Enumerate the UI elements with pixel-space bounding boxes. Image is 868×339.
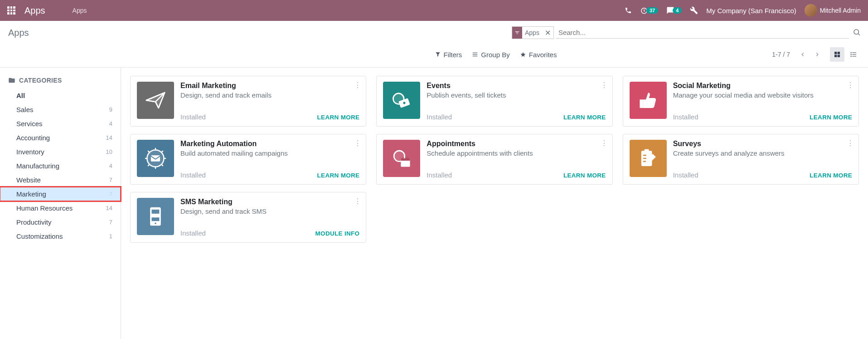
pager-prev-icon[interactable] bbox=[796, 48, 809, 61]
card-action-link[interactable]: LEARN MORE bbox=[317, 114, 360, 121]
app-card-social-marketing[interactable]: Social MarketingManage your social media… bbox=[623, 76, 859, 127]
sidebar-item-label: Accounting bbox=[16, 134, 50, 142]
card-menu-icon[interactable]: ⋮ bbox=[354, 81, 361, 89]
list-view-button[interactable] bbox=[846, 47, 861, 62]
sidebar-item-accounting[interactable]: Accounting14 bbox=[0, 131, 121, 145]
sidebar-item-label: Services bbox=[16, 120, 43, 128]
sidebar-item-manufacturing[interactable]: Manufacturing4 bbox=[0, 159, 121, 173]
card-description: Publish events, sell tickets bbox=[427, 91, 606, 100]
sidebar-item-count: 4 bbox=[109, 120, 112, 127]
sidebar-item-sales[interactable]: Sales9 bbox=[0, 103, 121, 117]
svg-point-14 bbox=[851, 56, 851, 56]
card-menu-icon[interactable]: ⋮ bbox=[354, 139, 361, 147]
sidebar-item-productivity[interactable]: Productivity7 bbox=[0, 215, 121, 229]
breadcrumb[interactable]: Apps bbox=[73, 7, 87, 14]
timer-icon[interactable]: 37 bbox=[640, 6, 658, 15]
card-title: Surveys bbox=[673, 140, 852, 148]
svg-rect-27 bbox=[644, 149, 649, 152]
favorites-button[interactable]: Favorites bbox=[520, 51, 557, 59]
search-facet[interactable]: Apps ✕ bbox=[512, 26, 554, 39]
card-status: Installed bbox=[673, 113, 698, 121]
card-action-link[interactable]: LEARN MORE bbox=[563, 172, 606, 179]
timer-badge: 37 bbox=[646, 7, 658, 14]
user-menu[interactable]: Mitchell Admin bbox=[805, 4, 861, 17]
phone-icon[interactable] bbox=[625, 7, 632, 14]
pager-next-icon[interactable] bbox=[811, 48, 824, 61]
svg-point-30 bbox=[155, 223, 156, 224]
card-action-link[interactable]: LEARN MORE bbox=[317, 172, 360, 179]
card-action-link[interactable]: LEARN MORE bbox=[563, 114, 606, 121]
sidebar-item-all[interactable]: All bbox=[0, 88, 121, 103]
sidebar-item-label: Sales bbox=[16, 106, 34, 113]
sidebar-item-label: Human Resources bbox=[16, 204, 73, 212]
cards-grid: Email MarketingDesign, send and track em… bbox=[121, 68, 868, 339]
ticket-globe-icon bbox=[383, 82, 420, 119]
chat-icon[interactable]: 4 bbox=[666, 6, 682, 15]
search-input[interactable] bbox=[556, 27, 849, 39]
app-card-sms-marketing[interactable]: SMSSMS MarketingDesign, send and track S… bbox=[130, 192, 366, 243]
sidebar-item-count: 14 bbox=[106, 205, 112, 211]
card-action-link[interactable]: LEARN MORE bbox=[810, 114, 852, 121]
categories-list: AllSales9Services4Accounting14Inventory1… bbox=[0, 88, 121, 243]
card-menu-icon[interactable]: ⋮ bbox=[354, 197, 361, 206]
filters-button[interactable]: Filters bbox=[435, 51, 462, 59]
sidebar-item-services[interactable]: Services4 bbox=[0, 117, 121, 131]
apps-menu-icon[interactable] bbox=[7, 6, 15, 15]
app-card-marketing-automation[interactable]: Marketing AutomationBuild automated mail… bbox=[130, 134, 366, 185]
sidebar-item-customizations[interactable]: Customizations1 bbox=[0, 229, 121, 243]
sidebar-item-count: 7 bbox=[109, 219, 112, 226]
sidebar-item-human-resources[interactable]: Human Resources14 bbox=[0, 201, 121, 215]
card-menu-icon[interactable]: ⋮ bbox=[847, 139, 854, 147]
categories-heading: CATEGORIES bbox=[0, 75, 121, 88]
sidebar-item-website[interactable]: Website7 bbox=[0, 173, 121, 187]
card-title: Social Marketing bbox=[673, 82, 852, 90]
card-status: Installed bbox=[673, 171, 698, 179]
card-description: Create surveys and analyze answers bbox=[673, 149, 852, 158]
sidebar-item-label: Website bbox=[16, 176, 41, 184]
svg-text:SMS: SMS bbox=[151, 213, 160, 218]
sidebar-item-marketing[interactable]: Marketing7 bbox=[0, 187, 121, 201]
card-menu-icon[interactable]: ⋮ bbox=[601, 81, 608, 89]
card-menu-icon[interactable]: ⋮ bbox=[847, 81, 854, 89]
clipboard-pencil-icon bbox=[630, 140, 667, 177]
search-icon[interactable] bbox=[853, 28, 861, 38]
card-status: Installed bbox=[180, 229, 206, 237]
sidebar-item-label: Manufacturing bbox=[16, 162, 59, 170]
company-name[interactable]: My Company (San Francisco) bbox=[706, 7, 796, 15]
top-nav: Apps Apps 37 4 My Company (San Francisco… bbox=[0, 0, 868, 21]
sidebar-item-inventory[interactable]: Inventory10 bbox=[0, 145, 121, 159]
paper-plane-icon bbox=[137, 82, 174, 119]
card-menu-icon[interactable]: ⋮ bbox=[601, 139, 608, 147]
svg-rect-23 bbox=[401, 158, 410, 161]
app-card-email-marketing[interactable]: Email MarketingDesign, send and track em… bbox=[130, 76, 366, 127]
facet-remove-icon[interactable]: ✕ bbox=[542, 29, 553, 37]
group-by-button[interactable]: Group By bbox=[472, 51, 509, 59]
sidebar-item-label: Productivity bbox=[16, 218, 52, 226]
card-action-link[interactable]: LEARN MORE bbox=[810, 172, 852, 179]
tools-icon[interactable] bbox=[690, 6, 698, 15]
app-card-appointments[interactable]: AppointmentsSchedule appointments with c… bbox=[376, 134, 612, 185]
pager[interactable]: 1-7 / 7 bbox=[772, 51, 790, 58]
card-status: Installed bbox=[180, 171, 206, 179]
svg-rect-7 bbox=[834, 55, 837, 57]
app-card-surveys[interactable]: SurveysCreate surveys and analyze answer… bbox=[623, 134, 859, 185]
svg-rect-8 bbox=[838, 55, 840, 57]
sidebar-item-count: 7 bbox=[109, 177, 112, 183]
card-description: Manage your social media and website vis… bbox=[673, 91, 852, 100]
phone-sms-icon: SMS bbox=[137, 198, 174, 235]
svg-rect-5 bbox=[834, 52, 837, 54]
card-status: Installed bbox=[427, 171, 452, 179]
sidebar-item-label: Inventory bbox=[16, 148, 44, 156]
sidebar-item-count: 7 bbox=[109, 191, 112, 197]
kanban-view-button[interactable] bbox=[830, 47, 844, 62]
sidebar-item-count: 14 bbox=[106, 134, 112, 141]
card-action-link[interactable]: MODULE INFO bbox=[315, 230, 360, 237]
chat-badge: 4 bbox=[673, 7, 682, 14]
svg-rect-6 bbox=[838, 52, 840, 54]
brand-title[interactable]: Apps bbox=[24, 5, 45, 16]
app-card-events[interactable]: EventsPublish events, sell ticketsInstal… bbox=[376, 76, 612, 127]
avatar bbox=[805, 4, 817, 17]
card-description: Design, send and track SMS bbox=[180, 207, 359, 216]
svg-point-1 bbox=[854, 29, 859, 34]
control-panel: Apps Apps ✕ Filters Group By Favorites 1… bbox=[0, 21, 868, 68]
